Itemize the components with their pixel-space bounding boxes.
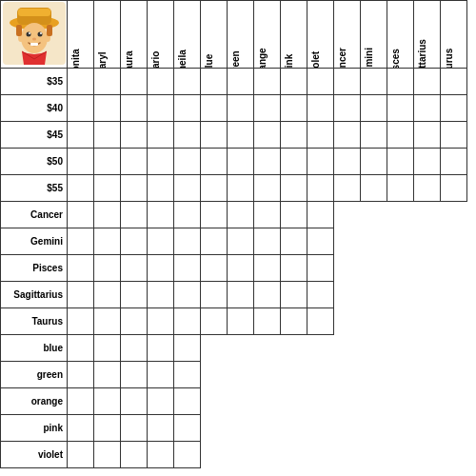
grid-cell[interactable] bbox=[121, 308, 148, 335]
grid-cell[interactable] bbox=[174, 202, 201, 228]
grid-cell[interactable] bbox=[228, 282, 254, 308]
grid-cell[interactable] bbox=[68, 95, 94, 122]
grid-cell[interactable] bbox=[148, 175, 174, 202]
grid-cell[interactable] bbox=[94, 95, 121, 122]
grid-cell[interactable] bbox=[94, 282, 121, 308]
grid-cell[interactable] bbox=[148, 362, 174, 388]
grid-cell[interactable] bbox=[174, 228, 201, 255]
grid-cell[interactable] bbox=[441, 95, 467, 122]
grid-cell[interactable] bbox=[121, 362, 148, 388]
grid-cell[interactable] bbox=[201, 282, 228, 308]
grid-cell[interactable] bbox=[201, 69, 228, 95]
grid-cell[interactable] bbox=[148, 122, 174, 149]
grid-cell[interactable] bbox=[387, 95, 414, 122]
grid-cell[interactable] bbox=[307, 202, 334, 228]
grid-cell[interactable] bbox=[68, 335, 94, 362]
grid-cell[interactable] bbox=[201, 149, 228, 175]
grid-cell[interactable] bbox=[254, 122, 281, 149]
grid-cell[interactable] bbox=[228, 202, 254, 228]
grid-cell[interactable] bbox=[281, 149, 307, 175]
grid-cell[interactable] bbox=[281, 202, 307, 228]
grid-cell[interactable] bbox=[121, 255, 148, 282]
grid-cell[interactable] bbox=[148, 442, 174, 468]
grid-cell[interactable] bbox=[121, 442, 148, 468]
grid-cell[interactable] bbox=[414, 95, 441, 122]
grid-cell[interactable] bbox=[148, 255, 174, 282]
grid-cell[interactable] bbox=[148, 95, 174, 122]
grid-cell[interactable] bbox=[68, 282, 94, 308]
grid-cell[interactable] bbox=[148, 149, 174, 175]
grid-cell[interactable] bbox=[94, 308, 121, 335]
grid-cell[interactable] bbox=[254, 282, 281, 308]
grid-cell[interactable] bbox=[121, 149, 148, 175]
grid-cell[interactable] bbox=[281, 175, 307, 202]
grid-cell[interactable] bbox=[94, 202, 121, 228]
grid-cell[interactable] bbox=[121, 175, 148, 202]
grid-cell[interactable] bbox=[414, 149, 441, 175]
grid-cell[interactable] bbox=[334, 95, 361, 122]
grid-cell[interactable] bbox=[94, 175, 121, 202]
grid-cell[interactable] bbox=[174, 362, 201, 388]
grid-cell[interactable] bbox=[414, 175, 441, 202]
grid-cell[interactable] bbox=[201, 308, 228, 335]
grid-cell[interactable] bbox=[281, 69, 307, 95]
grid-cell[interactable] bbox=[174, 95, 201, 122]
grid-cell[interactable] bbox=[68, 149, 94, 175]
grid-cell[interactable] bbox=[94, 335, 121, 362]
grid-cell[interactable] bbox=[94, 362, 121, 388]
grid-cell[interactable] bbox=[414, 69, 441, 95]
grid-cell[interactable] bbox=[174, 308, 201, 335]
grid-cell[interactable] bbox=[228, 122, 254, 149]
grid-cell[interactable] bbox=[307, 255, 334, 282]
grid-cell[interactable] bbox=[121, 95, 148, 122]
grid-cell[interactable] bbox=[334, 175, 361, 202]
grid-cell[interactable] bbox=[334, 122, 361, 149]
grid-cell[interactable] bbox=[334, 149, 361, 175]
grid-cell[interactable] bbox=[68, 308, 94, 335]
grid-cell[interactable] bbox=[68, 228, 94, 255]
grid-cell[interactable] bbox=[228, 228, 254, 255]
grid-cell[interactable] bbox=[68, 388, 94, 415]
grid-cell[interactable] bbox=[94, 388, 121, 415]
grid-cell[interactable] bbox=[94, 228, 121, 255]
grid-cell[interactable] bbox=[254, 69, 281, 95]
grid-cell[interactable] bbox=[174, 282, 201, 308]
grid-cell[interactable] bbox=[307, 175, 334, 202]
grid-cell[interactable] bbox=[254, 149, 281, 175]
grid-cell[interactable] bbox=[254, 95, 281, 122]
grid-cell[interactable] bbox=[174, 415, 201, 442]
grid-cell[interactable] bbox=[174, 122, 201, 149]
grid-cell[interactable] bbox=[307, 228, 334, 255]
grid-cell[interactable] bbox=[201, 175, 228, 202]
grid-cell[interactable] bbox=[254, 255, 281, 282]
grid-cell[interactable] bbox=[68, 69, 94, 95]
grid-cell[interactable] bbox=[387, 149, 414, 175]
grid-cell[interactable] bbox=[228, 255, 254, 282]
grid-cell[interactable] bbox=[361, 149, 387, 175]
grid-cell[interactable] bbox=[148, 388, 174, 415]
grid-cell[interactable] bbox=[174, 388, 201, 415]
grid-cell[interactable] bbox=[307, 69, 334, 95]
grid-cell[interactable] bbox=[387, 122, 414, 149]
grid-cell[interactable] bbox=[201, 122, 228, 149]
grid-cell[interactable] bbox=[148, 335, 174, 362]
grid-cell[interactable] bbox=[121, 202, 148, 228]
grid-cell[interactable] bbox=[68, 202, 94, 228]
grid-cell[interactable] bbox=[68, 415, 94, 442]
grid-cell[interactable] bbox=[361, 95, 387, 122]
grid-cell[interactable] bbox=[307, 282, 334, 308]
grid-cell[interactable] bbox=[174, 149, 201, 175]
grid-cell[interactable] bbox=[121, 335, 148, 362]
grid-cell[interactable] bbox=[121, 415, 148, 442]
grid-cell[interactable] bbox=[148, 415, 174, 442]
grid-cell[interactable] bbox=[254, 202, 281, 228]
grid-cell[interactable] bbox=[94, 442, 121, 468]
grid-cell[interactable] bbox=[148, 308, 174, 335]
grid-cell[interactable] bbox=[281, 228, 307, 255]
grid-cell[interactable] bbox=[361, 69, 387, 95]
grid-cell[interactable] bbox=[121, 122, 148, 149]
grid-cell[interactable] bbox=[281, 255, 307, 282]
grid-cell[interactable] bbox=[334, 69, 361, 95]
grid-cell[interactable] bbox=[148, 202, 174, 228]
grid-cell[interactable] bbox=[228, 95, 254, 122]
